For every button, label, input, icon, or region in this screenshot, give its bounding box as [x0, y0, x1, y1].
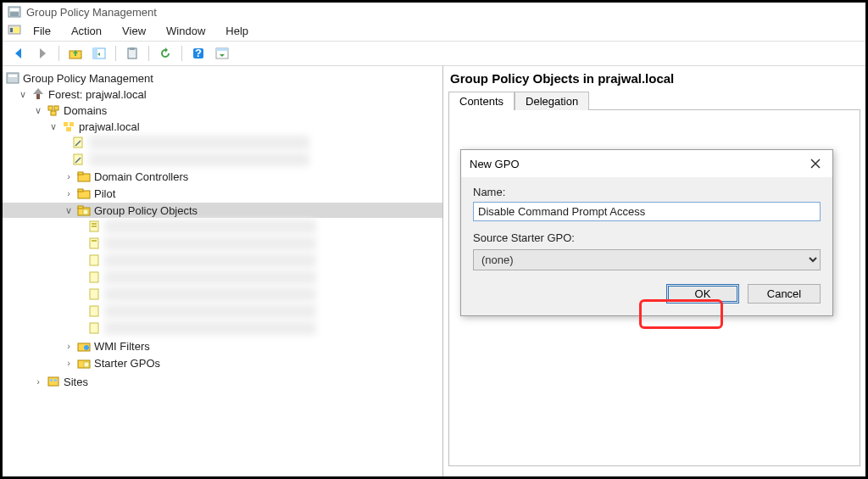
svg-rect-2	[10, 12, 19, 16]
menu-file[interactable]: File	[25, 23, 59, 39]
tree-starter[interactable]: Starter GPOs	[94, 357, 160, 370]
dialog-body: Name: Source Starter GPO: (none) OK Canc…	[461, 177, 832, 315]
menu-view[interactable]: View	[114, 23, 154, 39]
tree-item-redacted[interactable]	[89, 136, 309, 149]
svg-rect-4	[10, 28, 13, 32]
svg-rect-18	[48, 106, 53, 110]
tree-item-redacted[interactable]	[104, 253, 316, 267]
tabs: Contents Delegation	[448, 91, 860, 110]
starter-gpo-select[interactable]: (none)	[473, 249, 821, 270]
refresh-button[interactable]	[156, 44, 175, 63]
expand-icon[interactable]: ∨	[33, 105, 43, 116]
console-tree: Group Policy Management ∨ Forest: prajwa…	[3, 70, 442, 392]
cancel-button[interactable]: Cancel	[748, 284, 821, 304]
toolbar-separator	[181, 46, 182, 61]
expand-icon[interactable]: ›	[33, 376, 43, 387]
gpm-root-icon	[6, 71, 19, 85]
svg-rect-31	[78, 206, 83, 209]
window-title: Group Policy Management	[26, 6, 157, 19]
expand-icon[interactable]: ›	[64, 358, 74, 368]
back-button[interactable]	[9, 44, 28, 63]
dialog-buttons: OK Cancel	[473, 284, 821, 304]
tab-delegation[interactable]: Delegation	[515, 92, 589, 110]
starter-gpo-icon	[77, 356, 91, 370]
menu-bar: File Action View Window Help	[3, 21, 865, 42]
tree-forest[interactable]: Forest: prajwal.local	[48, 88, 147, 101]
tree-dc[interactable]: Domain Controllers	[94, 170, 188, 183]
tree-wmi[interactable]: WMI Filters	[94, 340, 150, 353]
tree-sites[interactable]: Sites	[64, 376, 88, 388]
tree-item-redacted[interactable]	[104, 237, 316, 250]
svg-rect-20	[51, 111, 56, 115]
toolbar-separator	[58, 46, 59, 61]
show-hide-tree-button[interactable]	[90, 44, 108, 63]
expand-icon[interactable]: ∨	[48, 121, 58, 132]
wmi-icon	[77, 339, 91, 353]
starter-gpo-label: Source Starter GPO:	[473, 231, 821, 244]
tree-item-redacted[interactable]	[104, 270, 316, 284]
svg-rect-36	[90, 238, 98, 248]
tree-domain[interactable]: prajwal.local	[79, 120, 140, 133]
toolbar-extra-button[interactable]	[213, 44, 231, 63]
tree-domains[interactable]: Domains	[64, 104, 107, 117]
svg-rect-5	[14, 27, 19, 33]
expand-icon[interactable]: ∨	[64, 205, 74, 216]
svg-rect-38	[90, 255, 98, 265]
expand-icon[interactable]: ›	[64, 341, 74, 351]
svg-text:?: ?	[195, 47, 202, 59]
ou-icon	[77, 170, 91, 183]
svg-rect-8	[93, 48, 97, 58]
sites-icon	[47, 375, 60, 388]
gpo-item-icon	[87, 270, 101, 284]
name-label: Name:	[473, 186, 821, 198]
svg-rect-14	[216, 48, 228, 51]
tree-pane: Group Policy Management ∨ Forest: prajwa…	[3, 66, 443, 476]
forest-icon	[31, 87, 45, 101]
right-pane-title: Group Policy Objects in prajwal.local	[448, 70, 860, 91]
tree-root[interactable]: Group Policy Management	[23, 72, 153, 85]
svg-rect-19	[54, 106, 58, 110]
svg-rect-41	[90, 306, 98, 316]
new-gpo-dialog: New GPO Name: Source Starter GPO: (none)…	[460, 149, 833, 316]
mmc-icon	[8, 23, 21, 36]
tree-pilot[interactable]: Pilot	[94, 187, 115, 200]
gpo-link-icon	[72, 153, 86, 166]
forward-button[interactable]	[33, 44, 52, 63]
menu-window[interactable]: Window	[158, 23, 214, 39]
tree-item-redacted[interactable]	[104, 321, 316, 335]
tree-item-redacted[interactable]	[104, 304, 316, 318]
svg-rect-46	[84, 362, 89, 367]
svg-rect-49	[54, 379, 57, 382]
svg-rect-17	[36, 94, 40, 99]
help-button[interactable]: ?	[189, 44, 208, 63]
tree-item-redacted[interactable]	[104, 287, 316, 301]
ok-button[interactable]: OK	[666, 284, 739, 304]
svg-point-44	[84, 345, 89, 350]
gpo-item-icon	[87, 321, 101, 335]
menu-help[interactable]: Help	[217, 23, 257, 39]
dialog-title-bar: New GPO	[461, 150, 832, 177]
svg-rect-16	[8, 75, 17, 77]
expand-icon[interactable]: ›	[64, 188, 74, 198]
gpo-name-input[interactable]	[473, 202, 821, 221]
tree-item-redacted[interactable]	[104, 220, 316, 233]
dialog-title: New GPO	[470, 158, 520, 170]
domain-icon	[62, 120, 75, 133]
gpo-item-icon	[87, 287, 101, 301]
expand-icon[interactable]: ›	[64, 171, 74, 181]
menu-action[interactable]: Action	[63, 23, 110, 39]
gpo-link-icon	[72, 136, 86, 149]
svg-rect-23	[66, 127, 71, 131]
close-button[interactable]	[807, 155, 824, 172]
svg-rect-34	[92, 223, 97, 225]
tab-contents[interactable]: Contents	[448, 92, 515, 110]
svg-rect-47	[48, 377, 58, 386]
expand-icon[interactable]: ∨	[18, 89, 28, 100]
clipboard-button[interactable]	[123, 44, 142, 63]
gpo-item-icon	[87, 253, 101, 267]
toolbar-separator	[148, 46, 149, 61]
folder-up-button[interactable]	[66, 44, 85, 63]
tree-item-redacted[interactable]	[89, 153, 309, 166]
tree-gpo[interactable]: Group Policy Objects	[94, 204, 198, 217]
gpo-item-icon	[87, 220, 101, 233]
